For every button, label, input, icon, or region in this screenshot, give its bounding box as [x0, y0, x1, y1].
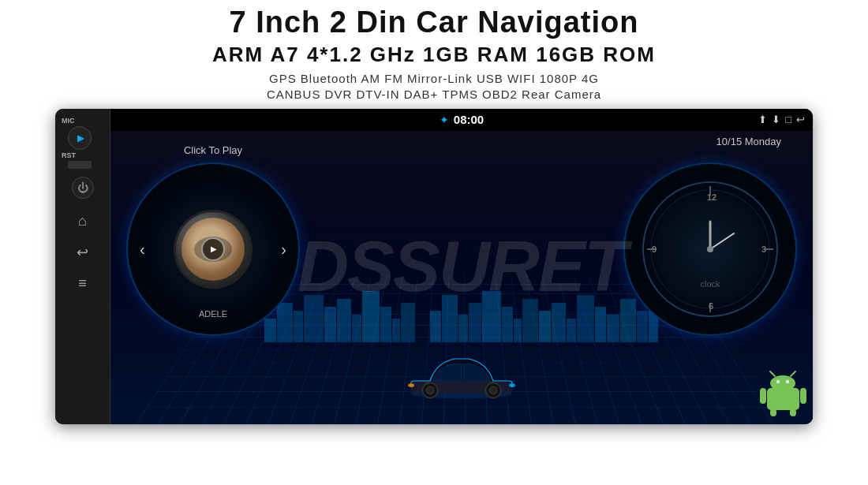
- svg-point-40: [707, 246, 713, 252]
- svg-rect-3: [304, 295, 324, 342]
- svg-rect-7: [362, 291, 380, 342]
- android-svg: [758, 366, 809, 417]
- device-container: MIC RST ⌂ ↩ ≡ DSSURET: [55, 109, 813, 424]
- car-unit: MIC RST ⌂ ↩ ≡ DSSURET: [55, 109, 813, 424]
- play-button[interactable]: [68, 126, 92, 150]
- svg-point-48: [408, 383, 414, 387]
- click-to-play-label[interactable]: Click To Play: [184, 144, 242, 156]
- date-display: 10/15 Monday: [716, 135, 781, 147]
- svg-rect-56: [800, 388, 806, 404]
- left-top-controls: MIC RST: [55, 117, 110, 170]
- svg-point-52: [786, 380, 789, 383]
- svg-rect-10: [401, 303, 415, 342]
- svg-rect-24: [607, 315, 619, 342]
- svg-rect-13: [458, 315, 468, 342]
- play-center-button[interactable]: [201, 237, 225, 261]
- mic-label: MIC: [62, 117, 75, 125]
- svg-rect-14: [469, 303, 481, 342]
- rst-button[interactable]: [68, 161, 92, 169]
- music-dashboard: Click To Play ‹ › ADELE: [126, 162, 300, 336]
- clock-label: clock: [700, 279, 720, 289]
- clock-face: 12 3 6 9 clock: [639, 178, 781, 320]
- svg-rect-21: [567, 319, 576, 342]
- svg-rect-9: [392, 319, 400, 342]
- signal-up-icon: ⬆: [758, 114, 767, 125]
- android-logo: [758, 366, 809, 420]
- center-car: [398, 343, 525, 409]
- status-center: ✦ 08:00: [440, 113, 484, 126]
- prev-button[interactable]: ‹: [140, 240, 145, 258]
- page-wrapper: 7 Inch 2 Din Car Navigation ARM A7 4*1.2…: [0, 0, 868, 485]
- signal-down-icon: ⬇: [772, 114, 780, 125]
- time-display: 08:00: [454, 113, 484, 126]
- bluetooth-icon: ✦: [440, 114, 449, 126]
- svg-rect-19: [539, 311, 551, 342]
- features-line2: CANBUS DVR DTV-IN DAB+ TPMS OBD2 Rear Ca…: [0, 88, 868, 101]
- svg-rect-12: [442, 295, 458, 342]
- svg-point-46: [489, 386, 497, 394]
- features-line1: GPS Bluetooth AM FM Mirror-Link USB WIFI…: [0, 72, 868, 85]
- svg-rect-11: [430, 311, 441, 342]
- screen-content: Click To Play ‹ › ADELE 10/15 Monday: [110, 131, 813, 424]
- svg-rect-8: [380, 307, 391, 342]
- next-button[interactable]: ›: [281, 240, 286, 258]
- specs-line: ARM A7 4*1.2 GHz 1GB RAM 16GB ROM: [0, 43, 868, 67]
- svg-rect-0: [264, 319, 276, 342]
- svg-text:9: 9: [652, 244, 657, 254]
- svg-rect-2: [294, 311, 303, 342]
- city-skyline: [264, 287, 659, 342]
- rst-label: RST: [62, 151, 76, 159]
- left-nav-icons: ⌂ ↩ ≡: [77, 213, 88, 292]
- svg-point-44: [426, 386, 434, 394]
- svg-rect-58: [790, 409, 796, 416]
- artist-name: ADELE: [199, 309, 227, 319]
- return-icon: ↩: [796, 114, 805, 125]
- album-art[interactable]: [174, 210, 253, 289]
- svg-point-50: [770, 375, 795, 391]
- status-right: ⬆ ⬇ □ ↩: [758, 114, 805, 125]
- svg-rect-23: [595, 307, 606, 342]
- svg-rect-5: [337, 299, 351, 342]
- svg-point-51: [776, 380, 780, 383]
- screen: DSSURET ✦ 08:00 ⬆ ⬇ □ ↩: [110, 109, 813, 424]
- status-bar: ✦ 08:00 ⬆ ⬇ □ ↩: [110, 109, 813, 131]
- svg-rect-49: [767, 388, 799, 410]
- svg-rect-20: [552, 303, 566, 342]
- window-icon: □: [785, 114, 791, 125]
- svg-rect-6: [352, 315, 361, 342]
- svg-rect-18: [522, 299, 538, 342]
- menu-icon[interactable]: ≡: [78, 275, 87, 292]
- left-panel: MIC RST ⌂ ↩ ≡: [55, 109, 110, 424]
- svg-line-53: [770, 371, 775, 376]
- svg-rect-22: [577, 295, 594, 342]
- date-text: 10/15 Monday: [716, 136, 781, 147]
- main-title: 7 Inch 2 Din Car Navigation: [0, 6, 868, 39]
- svg-text:6: 6: [709, 301, 713, 311]
- svg-rect-57: [770, 409, 776, 416]
- svg-rect-15: [482, 291, 501, 342]
- svg-rect-55: [760, 388, 766, 404]
- svg-rect-4: [324, 307, 336, 342]
- svg-line-39: [710, 233, 734, 249]
- svg-text:12: 12: [707, 192, 716, 202]
- power-button[interactable]: [72, 177, 94, 199]
- svg-rect-25: [620, 299, 636, 342]
- clock-dashboard: 12 3 6 9 clock: [623, 162, 797, 336]
- header-section: 7 Inch 2 Din Car Navigation ARM A7 4*1.2…: [0, 0, 868, 101]
- car-svg: [398, 343, 525, 406]
- svg-rect-17: [514, 319, 522, 342]
- svg-point-47: [509, 383, 515, 387]
- svg-text:3: 3: [761, 244, 766, 254]
- clock-svg: 12 3 6 9: [639, 178, 781, 320]
- svg-rect-16: [502, 307, 513, 342]
- svg-rect-1: [277, 303, 293, 342]
- home-icon[interactable]: ⌂: [78, 213, 87, 229]
- back-icon[interactable]: ↩: [77, 244, 88, 261]
- svg-line-54: [791, 371, 795, 376]
